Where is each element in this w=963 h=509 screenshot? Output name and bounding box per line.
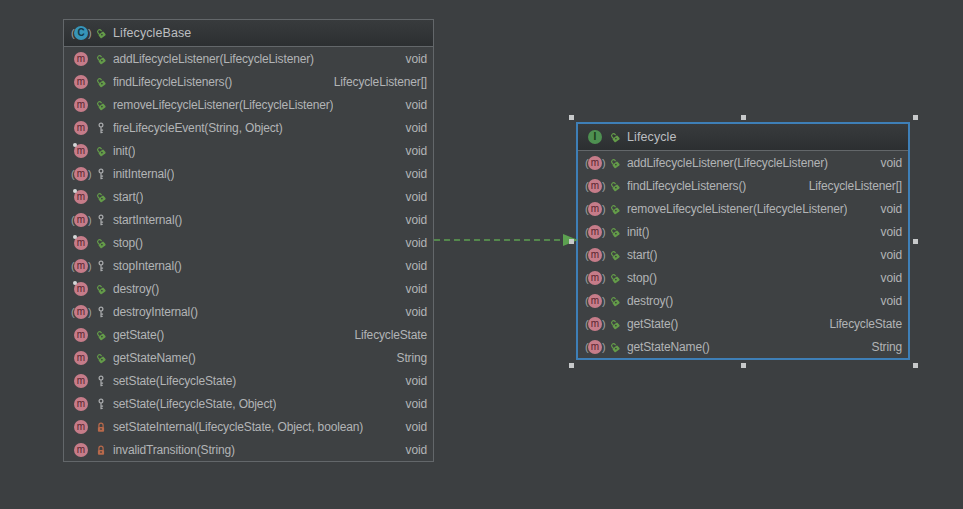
selection-handle[interactable] <box>569 363 574 368</box>
method-return-type: void <box>873 294 902 308</box>
method-row[interactable]: m invalidTransition(String) void <box>64 438 433 461</box>
method-icon: (m) <box>71 213 91 227</box>
method-row[interactable]: (m) start() void <box>578 243 908 266</box>
method-list: m addLifecycleListener(LifecycleListener… <box>64 47 433 461</box>
public-visibility-icon <box>609 203 621 215</box>
method-row[interactable]: (m) findLifecycleListeners() LifecycleLi… <box>578 174 908 197</box>
method-return-type: void <box>398 190 427 204</box>
method-row[interactable]: m setState(LifecycleState, Object) void <box>64 392 433 415</box>
method-icon: m <box>71 443 91 457</box>
selection-handle[interactable] <box>913 115 918 120</box>
method-return-type: void <box>398 121 427 135</box>
method-icon: (m) <box>71 305 91 319</box>
method-icon: (m) <box>585 225 605 239</box>
method-name: destroy() <box>113 282 159 296</box>
public-visibility-icon <box>95 53 107 65</box>
method-name: getStateName() <box>113 351 196 365</box>
method-row[interactable]: (m) getStateName() String <box>578 335 908 358</box>
method-name: stop() <box>627 271 657 285</box>
method-return-type: void <box>398 52 427 66</box>
method-icon: (m) <box>585 271 605 285</box>
method-icon: (m) <box>585 294 605 308</box>
public-visibility-icon <box>609 249 621 261</box>
method-row[interactable]: m getState() LifecycleState <box>64 323 433 346</box>
method-row[interactable]: (m) getState() LifecycleState <box>578 312 908 335</box>
method-icon: (m) <box>71 167 91 181</box>
diagram-canvas[interactable]: (C) LifecycleBase m addLifecycleListener… <box>0 0 963 509</box>
method-name: init() <box>113 144 135 158</box>
interface-node-lifecycle[interactable]: I Lifecycle (m) addLifecycleListener(Lif… <box>577 123 909 359</box>
selection-handle[interactable] <box>741 363 746 368</box>
class-name: LifecycleBase <box>113 26 191 40</box>
selection-handle[interactable] <box>741 115 746 120</box>
method-icon: m <box>71 328 91 342</box>
method-row[interactable]: (m) stopInternal() void <box>64 254 433 277</box>
method-row[interactable]: (m) startInternal() void <box>64 208 433 231</box>
method-return-type: LifecycleState <box>346 328 427 342</box>
public-visibility-icon <box>609 131 621 143</box>
method-row[interactable]: m getStateName() String <box>64 346 433 369</box>
method-name: getState() <box>627 317 678 331</box>
method-name: stopInternal() <box>113 259 182 273</box>
method-return-type: void <box>398 259 427 273</box>
class-node-lifecyclebase[interactable]: (C) LifecycleBase m addLifecycleListener… <box>63 19 434 462</box>
method-name: invalidTransition(String) <box>113 443 235 457</box>
method-icon: (m) <box>585 317 605 331</box>
method-name: setStateInternal(LifecycleState, Object,… <box>113 420 363 434</box>
method-name: addLifecycleListener(LifecycleListener) <box>627 156 828 170</box>
method-return-type: String <box>864 340 902 354</box>
method-return-type: LifecycleState <box>821 317 902 331</box>
method-row[interactable]: m findLifecycleListeners() LifecycleList… <box>64 70 433 93</box>
method-row[interactable]: (m) init() void <box>578 220 908 243</box>
method-row[interactable]: m setState(LifecycleState) void <box>64 369 433 392</box>
method-row[interactable]: m addLifecycleListener(LifecycleListener… <box>64 47 433 70</box>
selection-handle[interactable] <box>569 239 574 244</box>
method-row[interactable]: m setStateInternal(LifecycleState, Objec… <box>64 415 433 438</box>
method-icon: (m) <box>71 259 91 273</box>
method-icon: m <box>71 374 91 388</box>
method-return-type: void <box>873 248 902 262</box>
public-visibility-icon <box>609 341 621 353</box>
method-row[interactable]: (m) destroy() void <box>578 289 908 312</box>
method-icon: m <box>71 397 91 411</box>
method-icon: m <box>71 420 91 434</box>
method-name: setState(LifecycleState, Object) <box>113 397 276 411</box>
method-icon: m <box>71 75 91 89</box>
selection-handle[interactable] <box>913 363 918 368</box>
selection-handle[interactable] <box>913 239 918 244</box>
method-return-type: void <box>398 167 427 181</box>
method-return-type: void <box>873 202 902 216</box>
method-row[interactable]: (m) addLifecycleListener(LifecycleListen… <box>578 151 908 174</box>
method-return-type: LifecycleListener[] <box>801 179 902 193</box>
method-row[interactable]: (m) destroyInternal() void <box>64 300 433 323</box>
method-icon: m <box>71 351 91 365</box>
method-icon: m <box>71 121 91 135</box>
method-return-type: void <box>398 397 427 411</box>
method-row[interactable]: (m) stop() void <box>578 266 908 289</box>
method-return-type: void <box>398 144 427 158</box>
protected-visibility-icon <box>95 398 107 410</box>
class-header[interactable]: I Lifecycle <box>578 124 908 151</box>
method-name: stop() <box>113 236 143 250</box>
public-visibility-icon <box>95 283 107 295</box>
method-row[interactable]: m destroy() void <box>64 277 433 300</box>
method-return-type: void <box>398 420 427 434</box>
method-row[interactable]: m stop() void <box>64 231 433 254</box>
method-row[interactable]: m fireLifecycleEvent(String, Object) voi… <box>64 116 433 139</box>
method-name: getStateName() <box>627 340 710 354</box>
method-list: (m) addLifecycleListener(LifecycleListen… <box>578 151 908 358</box>
selection-handle[interactable] <box>569 115 574 120</box>
class-name: Lifecycle <box>627 130 677 144</box>
method-name: removeLifecycleListener(LifecycleListene… <box>627 202 847 216</box>
method-row[interactable]: (m) removeLifecycleListener(LifecycleLis… <box>578 197 908 220</box>
method-row[interactable]: (m) initInternal() void <box>64 162 433 185</box>
method-icon: (m) <box>585 156 605 170</box>
method-row[interactable]: m init() void <box>64 139 433 162</box>
abstract-class-icon: (C) <box>71 26 91 40</box>
protected-visibility-icon <box>95 260 107 272</box>
method-name: init() <box>627 225 649 239</box>
method-row[interactable]: m removeLifecycleListener(LifecycleListe… <box>64 93 433 116</box>
method-icon: m <box>71 98 91 112</box>
method-row[interactable]: m start() void <box>64 185 433 208</box>
class-header[interactable]: (C) LifecycleBase <box>64 20 433 47</box>
